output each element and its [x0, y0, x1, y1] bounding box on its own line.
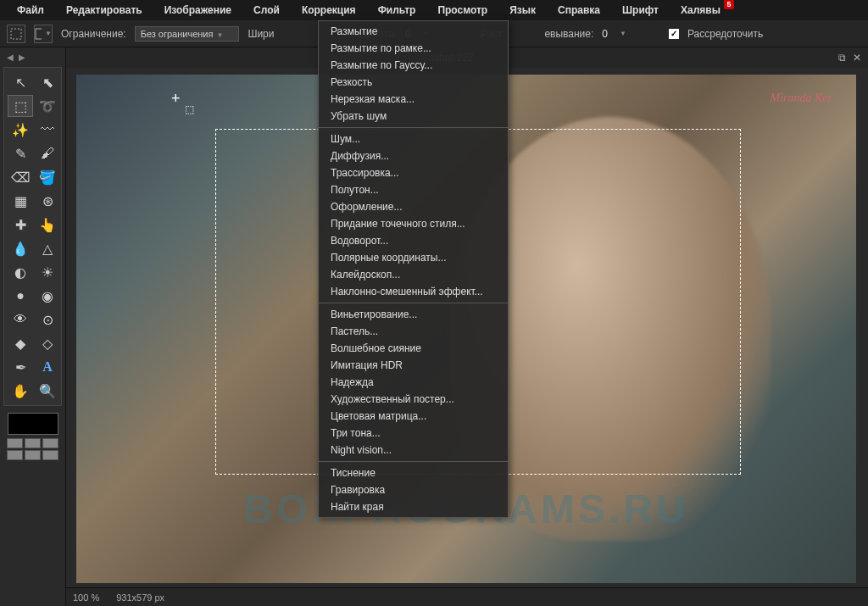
- marquee-cursor-icon: ⬚: [185, 103, 194, 115]
- scatter-checkbox[interactable]: ✓: [669, 29, 679, 39]
- filter-item[interactable]: Цветовая матрица...: [319, 408, 508, 425]
- selection-mode-icon[interactable]: ▼: [34, 25, 53, 43]
- tool-sharpen[interactable]: △: [35, 237, 60, 259]
- filter-dropdown: РазмытиеРазмытие по рамке...Размытие по …: [318, 20, 509, 518]
- filter-item[interactable]: Имитация HDR: [319, 357, 508, 374]
- feather-label: евывание:: [544, 28, 593, 40]
- scatter-label: Рассредоточить: [687, 28, 763, 40]
- toolbox-prev-icon[interactable]: ◀: [7, 53, 14, 62]
- canvas-dimensions: 931x579 px: [116, 592, 164, 603]
- tool-brush-sel[interactable]: 〰: [35, 119, 60, 141]
- menubar: Файл Редактировать Изображение Слой Корр…: [0, 0, 868, 20]
- tool-dodge[interactable]: ☀: [35, 261, 60, 283]
- svg-rect-1: [36, 29, 42, 39]
- filter-item[interactable]: Найти края: [319, 498, 508, 515]
- tool-pen[interactable]: ✒: [8, 356, 33, 378]
- swatch-cell[interactable]: [7, 438, 23, 448]
- swatch-cell[interactable]: [42, 438, 58, 448]
- menu-layer[interactable]: Слой: [243, 1, 290, 19]
- filter-item[interactable]: Придание точечного стиля...: [319, 215, 508, 232]
- filter-item[interactable]: Три тона...: [319, 425, 508, 442]
- menu-view[interactable]: Просмотр: [427, 1, 498, 19]
- filter-item[interactable]: Гравировка: [319, 481, 508, 498]
- marquee-mode-icon[interactable]: [7, 25, 25, 43]
- tool-burn[interactable]: ●: [8, 285, 33, 307]
- filter-item[interactable]: Размытие по Гауссу...: [319, 57, 508, 74]
- swatch-cell[interactable]: [25, 450, 41, 460]
- filter-item[interactable]: Волшебное сияние: [319, 340, 508, 357]
- badge-icon: 5: [724, 0, 734, 9]
- menu-help[interactable]: Справка: [548, 1, 610, 19]
- tool-hand[interactable]: ✋: [8, 380, 33, 402]
- filter-item[interactable]: Полярные координаты...: [319, 249, 508, 266]
- filter-item[interactable]: Убрать шум: [319, 108, 508, 125]
- swatch-cell[interactable]: [25, 438, 41, 448]
- feather-value[interactable]: 0: [602, 28, 608, 40]
- restore-icon[interactable]: ⧉: [838, 52, 846, 64]
- tool-brush[interactable]: 🖌: [35, 142, 60, 164]
- constraint-label: Ограничение:: [61, 28, 126, 40]
- menu-lang[interactable]: Язык: [499, 1, 546, 19]
- filter-item[interactable]: Наклонно-смешенный эффект...: [319, 283, 508, 300]
- filter-item[interactable]: Размытие по рамке...: [319, 40, 508, 57]
- menu-free[interactable]: Халявы5: [670, 1, 731, 19]
- tool-wand[interactable]: ✨: [8, 119, 33, 141]
- toolbox-next-icon[interactable]: ▶: [19, 53, 25, 62]
- filter-item[interactable]: Тиснение: [319, 464, 508, 481]
- menu-edit[interactable]: Редактировать: [56, 1, 153, 19]
- status-bar: 100 % 931x579 px: [66, 587, 868, 606]
- width-label: Шири: [248, 28, 274, 40]
- filter-item[interactable]: Водоворот...: [319, 232, 508, 249]
- menu-file[interactable]: Файл: [7, 1, 54, 19]
- tool-eraser[interactable]: ⌫: [8, 166, 33, 188]
- tool-drop[interactable]: 💧: [8, 237, 33, 259]
- filter-item[interactable]: Калейдоскоп...: [319, 266, 508, 283]
- tool-shape[interactable]: ◆: [8, 332, 33, 354]
- image-signature: Miranda Ker: [771, 92, 833, 105]
- filter-item[interactable]: Night vision...: [319, 442, 508, 459]
- tool-pick[interactable]: ⊙: [35, 309, 60, 331]
- filter-item[interactable]: Надежда: [319, 374, 508, 391]
- tool-pencil[interactable]: ✎: [8, 142, 33, 164]
- menu-filter[interactable]: Фильтр: [368, 1, 426, 19]
- tool-arrow-light[interactable]: ⬉: [35, 71, 60, 93]
- zoom-level[interactable]: 100 %: [73, 592, 99, 603]
- menu-adjust[interactable]: Коррекция: [292, 1, 366, 19]
- tool-redeye[interactable]: 👁: [8, 309, 33, 331]
- tool-zoom[interactable]: 🔍: [35, 380, 60, 402]
- tool-marquee[interactable]: ⬚: [8, 95, 33, 117]
- filter-item[interactable]: Диффузия...: [319, 147, 508, 164]
- filter-item[interactable]: Художественный постер...: [319, 391, 508, 408]
- tool-smudge[interactable]: 👆: [35, 214, 60, 236]
- tool-shape2[interactable]: ◇: [35, 332, 60, 354]
- menu-font[interactable]: Шрифт: [612, 1, 669, 19]
- close-icon[interactable]: ✕: [853, 52, 861, 64]
- constraint-select[interactable]: Без ограничения▼: [135, 26, 240, 42]
- tool-sponge[interactable]: ◐: [8, 261, 33, 283]
- filter-item[interactable]: Полутон...: [319, 181, 508, 198]
- tool-fill[interactable]: 🪣: [35, 166, 60, 188]
- tool-arrow-dark[interactable]: ↖: [8, 71, 33, 93]
- filter-item[interactable]: Нерезкая маска...: [319, 91, 508, 108]
- menu-image[interactable]: Изображение: [154, 1, 242, 19]
- swatch-cell[interactable]: [42, 450, 58, 460]
- filter-item[interactable]: Шум...: [319, 131, 508, 147]
- svg-rect-0: [11, 29, 21, 39]
- crosshair-icon: +: [171, 90, 181, 108]
- swatch-cell[interactable]: [7, 450, 23, 460]
- filter-item[interactable]: Трассировка...: [319, 164, 508, 181]
- tool-stamp[interactable]: ⊛: [35, 190, 60, 212]
- filter-item[interactable]: Пастель...: [319, 323, 508, 340]
- color-swatch[interactable]: [8, 413, 58, 435]
- filter-item[interactable]: Виньетирование...: [319, 306, 508, 323]
- filter-item[interactable]: Резкость: [319, 74, 508, 91]
- filter-item[interactable]: Размытие: [319, 23, 508, 40]
- tool-lasso[interactable]: ➰: [35, 95, 60, 117]
- toolbox: ◀ ▶ ↖⬉⬚➰✨〰✎🖌⌫🪣▦⊛✚👆💧△◐☀●◉👁⊙◆◇✒A✋🔍: [0, 47, 66, 606]
- tool-heal[interactable]: ✚: [8, 214, 33, 236]
- tool-blur[interactable]: ◉: [35, 285, 60, 307]
- tool-gradient[interactable]: ▦: [8, 190, 33, 212]
- filter-item[interactable]: Оформление...: [319, 198, 508, 215]
- tool-text[interactable]: A: [35, 356, 60, 378]
